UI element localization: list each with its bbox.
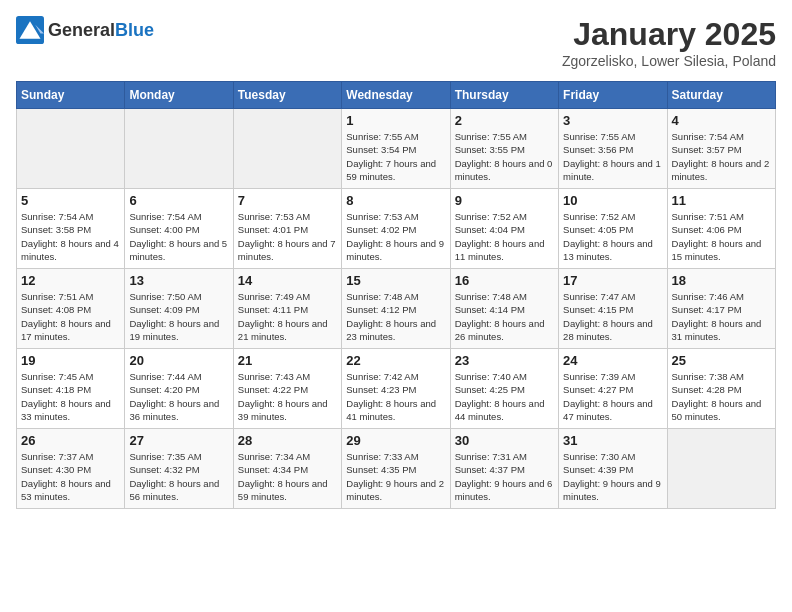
calendar-cell: 13Sunrise: 7:50 AM Sunset: 4:09 PM Dayli… (125, 269, 233, 349)
calendar-cell: 11Sunrise: 7:51 AM Sunset: 4:06 PM Dayli… (667, 189, 775, 269)
calendar-cell: 14Sunrise: 7:49 AM Sunset: 4:11 PM Dayli… (233, 269, 341, 349)
day-info: Sunrise: 7:34 AM Sunset: 4:34 PM Dayligh… (238, 450, 337, 503)
day-info: Sunrise: 7:47 AM Sunset: 4:15 PM Dayligh… (563, 290, 662, 343)
calendar-cell: 25Sunrise: 7:38 AM Sunset: 4:28 PM Dayli… (667, 349, 775, 429)
day-info: Sunrise: 7:44 AM Sunset: 4:20 PM Dayligh… (129, 370, 228, 423)
calendar-cell: 15Sunrise: 7:48 AM Sunset: 4:12 PM Dayli… (342, 269, 450, 349)
day-info: Sunrise: 7:35 AM Sunset: 4:32 PM Dayligh… (129, 450, 228, 503)
calendar-cell: 31Sunrise: 7:30 AM Sunset: 4:39 PM Dayli… (559, 429, 667, 509)
calendar-cell: 27Sunrise: 7:35 AM Sunset: 4:32 PM Dayli… (125, 429, 233, 509)
calendar-cell (233, 109, 341, 189)
day-info: Sunrise: 7:42 AM Sunset: 4:23 PM Dayligh… (346, 370, 445, 423)
calendar-cell (125, 109, 233, 189)
day-header-wednesday: Wednesday (342, 82, 450, 109)
day-number: 10 (563, 193, 662, 208)
day-info: Sunrise: 7:52 AM Sunset: 4:05 PM Dayligh… (563, 210, 662, 263)
calendar-cell: 20Sunrise: 7:44 AM Sunset: 4:20 PM Dayli… (125, 349, 233, 429)
calendar-cell: 3Sunrise: 7:55 AM Sunset: 3:56 PM Daylig… (559, 109, 667, 189)
calendar-cell: 10Sunrise: 7:52 AM Sunset: 4:05 PM Dayli… (559, 189, 667, 269)
calendar-cell: 2Sunrise: 7:55 AM Sunset: 3:55 PM Daylig… (450, 109, 558, 189)
calendar-cell: 26Sunrise: 7:37 AM Sunset: 4:30 PM Dayli… (17, 429, 125, 509)
day-number: 16 (455, 273, 554, 288)
day-number: 28 (238, 433, 337, 448)
day-number: 13 (129, 273, 228, 288)
day-info: Sunrise: 7:39 AM Sunset: 4:27 PM Dayligh… (563, 370, 662, 423)
logo-general: General (48, 20, 115, 40)
calendar-subtitle: Zgorzelisko, Lower Silesia, Poland (562, 53, 776, 69)
day-info: Sunrise: 7:50 AM Sunset: 4:09 PM Dayligh… (129, 290, 228, 343)
week-row-4: 19Sunrise: 7:45 AM Sunset: 4:18 PM Dayli… (17, 349, 776, 429)
day-number: 26 (21, 433, 120, 448)
calendar-table: SundayMondayTuesdayWednesdayThursdayFrid… (16, 81, 776, 509)
day-number: 25 (672, 353, 771, 368)
calendar-cell: 9Sunrise: 7:52 AM Sunset: 4:04 PM Daylig… (450, 189, 558, 269)
calendar-title: January 2025 (562, 16, 776, 53)
calendar-header: SundayMondayTuesdayWednesdayThursdayFrid… (17, 82, 776, 109)
day-info: Sunrise: 7:52 AM Sunset: 4:04 PM Dayligh… (455, 210, 554, 263)
day-info: Sunrise: 7:55 AM Sunset: 3:56 PM Dayligh… (563, 130, 662, 183)
day-info: Sunrise: 7:53 AM Sunset: 4:01 PM Dayligh… (238, 210, 337, 263)
day-number: 24 (563, 353, 662, 368)
day-info: Sunrise: 7:43 AM Sunset: 4:22 PM Dayligh… (238, 370, 337, 423)
calendar-cell: 21Sunrise: 7:43 AM Sunset: 4:22 PM Dayli… (233, 349, 341, 429)
day-number: 1 (346, 113, 445, 128)
day-info: Sunrise: 7:51 AM Sunset: 4:06 PM Dayligh… (672, 210, 771, 263)
day-info: Sunrise: 7:53 AM Sunset: 4:02 PM Dayligh… (346, 210, 445, 263)
logo-blue: Blue (115, 20, 154, 40)
day-number: 3 (563, 113, 662, 128)
day-info: Sunrise: 7:30 AM Sunset: 4:39 PM Dayligh… (563, 450, 662, 503)
day-number: 22 (346, 353, 445, 368)
logo-icon (16, 16, 44, 44)
day-number: 31 (563, 433, 662, 448)
day-number: 23 (455, 353, 554, 368)
day-info: Sunrise: 7:54 AM Sunset: 4:00 PM Dayligh… (129, 210, 228, 263)
day-number: 7 (238, 193, 337, 208)
day-info: Sunrise: 7:55 AM Sunset: 3:55 PM Dayligh… (455, 130, 554, 183)
day-info: Sunrise: 7:51 AM Sunset: 4:08 PM Dayligh… (21, 290, 120, 343)
calendar-cell: 19Sunrise: 7:45 AM Sunset: 4:18 PM Dayli… (17, 349, 125, 429)
calendar-cell: 8Sunrise: 7:53 AM Sunset: 4:02 PM Daylig… (342, 189, 450, 269)
calendar-body: 1Sunrise: 7:55 AM Sunset: 3:54 PM Daylig… (17, 109, 776, 509)
day-number: 15 (346, 273, 445, 288)
day-number: 11 (672, 193, 771, 208)
week-row-2: 5Sunrise: 7:54 AM Sunset: 3:58 PM Daylig… (17, 189, 776, 269)
days-header-row: SundayMondayTuesdayWednesdayThursdayFrid… (17, 82, 776, 109)
calendar-cell: 29Sunrise: 7:33 AM Sunset: 4:35 PM Dayli… (342, 429, 450, 509)
day-header-saturday: Saturday (667, 82, 775, 109)
day-header-sunday: Sunday (17, 82, 125, 109)
day-number: 17 (563, 273, 662, 288)
calendar-cell: 1Sunrise: 7:55 AM Sunset: 3:54 PM Daylig… (342, 109, 450, 189)
day-info: Sunrise: 7:45 AM Sunset: 4:18 PM Dayligh… (21, 370, 120, 423)
calendar-cell: 12Sunrise: 7:51 AM Sunset: 4:08 PM Dayli… (17, 269, 125, 349)
day-info: Sunrise: 7:40 AM Sunset: 4:25 PM Dayligh… (455, 370, 554, 423)
day-number: 6 (129, 193, 228, 208)
day-info: Sunrise: 7:37 AM Sunset: 4:30 PM Dayligh… (21, 450, 120, 503)
day-number: 29 (346, 433, 445, 448)
day-number: 21 (238, 353, 337, 368)
day-info: Sunrise: 7:55 AM Sunset: 3:54 PM Dayligh… (346, 130, 445, 183)
day-number: 2 (455, 113, 554, 128)
day-info: Sunrise: 7:31 AM Sunset: 4:37 PM Dayligh… (455, 450, 554, 503)
day-info: Sunrise: 7:48 AM Sunset: 4:14 PM Dayligh… (455, 290, 554, 343)
calendar-cell: 16Sunrise: 7:48 AM Sunset: 4:14 PM Dayli… (450, 269, 558, 349)
logo-text: GeneralBlue (48, 20, 154, 41)
day-number: 12 (21, 273, 120, 288)
calendar-cell: 23Sunrise: 7:40 AM Sunset: 4:25 PM Dayli… (450, 349, 558, 429)
logo: GeneralBlue (16, 16, 154, 44)
calendar-cell: 18Sunrise: 7:46 AM Sunset: 4:17 PM Dayli… (667, 269, 775, 349)
calendar-cell: 4Sunrise: 7:54 AM Sunset: 3:57 PM Daylig… (667, 109, 775, 189)
calendar-cell: 22Sunrise: 7:42 AM Sunset: 4:23 PM Dayli… (342, 349, 450, 429)
day-number: 4 (672, 113, 771, 128)
day-info: Sunrise: 7:49 AM Sunset: 4:11 PM Dayligh… (238, 290, 337, 343)
header: GeneralBlue January 2025 Zgorzelisko, Lo… (16, 16, 776, 69)
calendar-cell (17, 109, 125, 189)
day-info: Sunrise: 7:48 AM Sunset: 4:12 PM Dayligh… (346, 290, 445, 343)
week-row-1: 1Sunrise: 7:55 AM Sunset: 3:54 PM Daylig… (17, 109, 776, 189)
week-row-5: 26Sunrise: 7:37 AM Sunset: 4:30 PM Dayli… (17, 429, 776, 509)
week-row-3: 12Sunrise: 7:51 AM Sunset: 4:08 PM Dayli… (17, 269, 776, 349)
calendar-cell: 30Sunrise: 7:31 AM Sunset: 4:37 PM Dayli… (450, 429, 558, 509)
day-number: 8 (346, 193, 445, 208)
day-number: 27 (129, 433, 228, 448)
calendar-cell: 24Sunrise: 7:39 AM Sunset: 4:27 PM Dayli… (559, 349, 667, 429)
day-number: 19 (21, 353, 120, 368)
